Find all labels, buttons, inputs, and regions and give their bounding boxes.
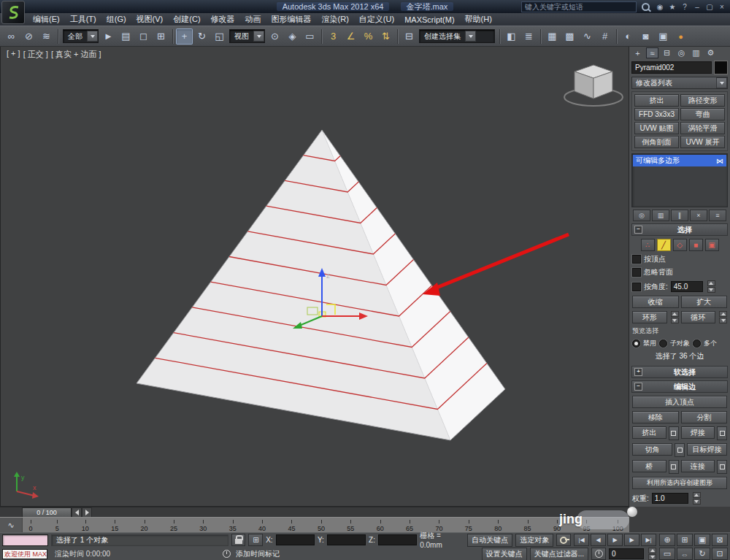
select-object-icon[interactable]: ► [100, 28, 117, 45]
track-bar[interactable]: ∿ 05101520253035404550556065707580859095… [0, 517, 629, 533]
pan-icon[interactable]: ⇔ [677, 548, 693, 560]
key-mode-toggle[interactable] [556, 534, 571, 546]
angle-value-field[interactable]: 45.0 [671, 281, 703, 292]
curve-editor-icon[interactable]: ∿ [579, 28, 596, 45]
graphite-ribbon-icon[interactable]: ▩ [561, 28, 578, 45]
insert-vertex-button[interactable]: 插入顶点 [632, 396, 727, 408]
menu-item[interactable]: 渲染(R) [317, 13, 354, 26]
tab-display-icon[interactable]: ▥ [690, 47, 702, 58]
z-coordinate-field[interactable] [378, 534, 417, 545]
chevron-down-icon[interactable] [87, 31, 98, 42]
tab-modify-icon[interactable]: ≈ [646, 47, 658, 58]
favorites-icon[interactable]: ★ [666, 1, 678, 12]
help-icon[interactable]: ? [679, 1, 691, 12]
tab-motion-icon[interactable]: ◎ [675, 47, 688, 58]
application-menu-button[interactable] [1, 1, 25, 24]
bridge-settings-button[interactable] [669, 460, 679, 474]
key-filters-button[interactable]: 关键点过滤器... [530, 548, 588, 560]
chevron-down-icon[interactable] [465, 31, 476, 42]
selection-lock-toggle[interactable] [231, 534, 246, 546]
orbit-icon[interactable]: ↻ [694, 548, 710, 560]
tab-hierarchy-icon[interactable]: ⊟ [661, 47, 673, 58]
perspective-viewport[interactable]: [ + ] [ 正交 ] [ 真实 + 边面 ] [0, 45, 629, 507]
modifier-button[interactable]: 倒角剖面 [634, 136, 679, 148]
zoom-all-icon[interactable]: ⊞ [677, 534, 693, 546]
modifier-button[interactable]: 挤出 [634, 94, 679, 107]
configure-modifier-sets-icon[interactable]: ≡ [709, 210, 726, 221]
element-subobject-icon[interactable]: ▣ [705, 239, 719, 251]
spinner-snap-icon[interactable]: ⇅ [377, 28, 394, 45]
modifier-button[interactable]: UVW 贴图 [634, 122, 679, 134]
menu-item[interactable]: 动画 [240, 13, 266, 26]
material-editor-icon[interactable]: ◐ [620, 28, 637, 45]
menu-item[interactable]: 自定义(U) [354, 13, 399, 26]
menu-item[interactable]: 创建(C) [168, 13, 205, 26]
modifier-list-dropdown[interactable]: 修改器列表 [631, 77, 728, 89]
chevron-down-icon[interactable] [253, 31, 264, 42]
target-weld-button[interactable]: 目标焊接 [687, 443, 727, 456]
selection-filter-dropdown[interactable]: 全部 [63, 29, 99, 43]
maximize-button[interactable]: ▢ [704, 1, 715, 12]
connect-button[interactable]: 连接 [681, 460, 715, 472]
x-coordinate-field[interactable] [276, 534, 315, 545]
bind-to-space-warp-icon[interactable]: ≋ [38, 28, 55, 45]
angle-spinner[interactable] [707, 280, 715, 293]
split-button[interactable]: 分割 [681, 411, 728, 423]
modifier-button[interactable]: FFD 3x3x3 [634, 108, 679, 120]
grow-button[interactable]: 扩大 [681, 296, 728, 308]
select-and-scale-icon[interactable]: ◱ [211, 28, 228, 45]
add-time-tag-button[interactable]: 添加时间标记 [223, 549, 280, 559]
stack-item-editable-poly[interactable]: 可编辑多边形 ⋈ [633, 155, 726, 166]
weight-spinner[interactable] [693, 492, 701, 505]
close-button[interactable]: × [716, 1, 728, 12]
weld-settings-button[interactable] [717, 426, 727, 440]
ignore-backfacing-checkbox[interactable] [632, 268, 641, 277]
preview-disable-radio[interactable] [632, 340, 640, 348]
viewport-general-menu[interactable]: [ + ] [7, 49, 20, 60]
weight-field[interactable]: 1.0 [652, 493, 688, 504]
tab-create-icon[interactable]: + [631, 47, 644, 58]
angle-snap-icon[interactable]: ∠ [342, 28, 359, 45]
render-setup-icon[interactable]: ◙ [637, 28, 654, 45]
rendered-frame-icon[interactable]: ▣ [655, 28, 672, 45]
previous-frame-button[interactable]: ◀ [591, 534, 606, 546]
vertex-subobject-icon[interactable]: ∴ [641, 239, 655, 251]
zoom-region-icon[interactable]: ▭ [659, 548, 675, 560]
pyramid-model[interactable] [137, 130, 505, 440]
frame-spinner[interactable] [648, 548, 656, 560]
maximize-viewport-icon[interactable]: ⊡ [712, 548, 728, 560]
polygon-subobject-icon[interactable]: ■ [689, 239, 703, 251]
search-icon[interactable] [639, 1, 651, 12]
menu-item[interactable]: 视图(V) [131, 13, 169, 26]
collapse-icon[interactable]: − [634, 383, 642, 391]
y-coordinate-field[interactable] [327, 534, 366, 545]
keyboard-override-icon[interactable]: ▭ [301, 28, 318, 45]
bridge-button[interactable]: 桥 [632, 460, 666, 472]
menu-item[interactable]: 编辑(E) [28, 13, 65, 26]
use-pivot-point-icon[interactable]: ⊙ [266, 28, 283, 45]
object-color-swatch[interactable] [714, 61, 728, 74]
named-selection-sets-dropdown[interactable]: 创建选择集 [419, 29, 495, 43]
pin-stack-icon[interactable]: ◎ [633, 210, 650, 221]
viewcube[interactable] [564, 65, 623, 106]
show-end-result-icon[interactable]: ▥ [652, 210, 669, 221]
play-button[interactable]: ▶ [607, 534, 623, 546]
select-and-manipulate-icon[interactable]: ◈ [284, 28, 301, 45]
layer-manager-icon[interactable]: ▦ [544, 28, 561, 45]
edit-edges-rollout-header[interactable]: − 编辑边 [631, 380, 728, 393]
search-input[interactable] [521, 1, 637, 12]
auto-key-button[interactable]: 自动关键点 [467, 534, 512, 547]
selected-filter-dropdown[interactable]: 选定对象 [515, 534, 553, 547]
viewport-canvas[interactable]: z y x [1, 46, 629, 506]
absolute-mode-toggle[interactable]: ⊞ [248, 534, 263, 546]
loop-button[interactable]: 循环 [681, 311, 716, 323]
unlink-selection-icon[interactable]: ⊘ [20, 28, 37, 45]
ring-spinner[interactable] [671, 311, 679, 323]
chamfer-settings-button[interactable] [675, 443, 685, 457]
chamfer-button[interactable]: 切角 [632, 443, 672, 456]
go-to-end-button[interactable]: ▶| [641, 534, 656, 546]
loop-spinner[interactable] [719, 311, 727, 323]
preview-subobject-radio[interactable] [659, 340, 667, 348]
extrude-settings-button[interactable] [669, 426, 679, 440]
ring-button[interactable]: 环形 [632, 311, 667, 323]
